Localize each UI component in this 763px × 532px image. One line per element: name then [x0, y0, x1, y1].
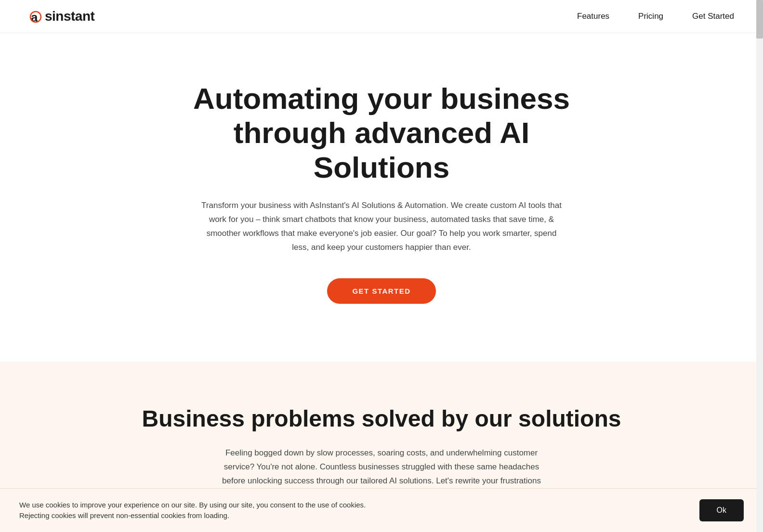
cookie-text: We use cookies to improve your experienc…	[19, 500, 395, 521]
logo[interactable]: asinstant	[29, 9, 94, 24]
nav-link-pricing[interactable]: Pricing	[638, 12, 663, 21]
scrollbar[interactable]	[756, 0, 763, 532]
nav-item-get-started[interactable]: Get Started	[692, 12, 734, 21]
cookie-banner: We use cookies to improve your experienc…	[0, 488, 763, 532]
navigation: asinstant Features Pricing Get Started	[0, 0, 763, 33]
logo-suffix: sinstant	[45, 9, 94, 24]
hero-cta-button[interactable]: GET STARTED	[327, 278, 435, 304]
logo-text: asinstant	[29, 9, 94, 24]
nav-item-features[interactable]: Features	[577, 12, 609, 21]
nav-links: Features Pricing Get Started	[577, 12, 734, 21]
nav-link-get-started[interactable]: Get Started	[692, 12, 734, 21]
problems-title: Business problems solved by our solution…	[96, 405, 667, 433]
hero-section: Automating your business through advance…	[0, 33, 763, 362]
nav-item-pricing[interactable]: Pricing	[638, 12, 663, 21]
cookie-ok-button[interactable]: Ok	[699, 499, 744, 521]
scrollbar-thumb[interactable]	[756, 0, 763, 39]
nav-link-features[interactable]: Features	[577, 12, 609, 21]
hero-subtitle: Transform your business with AsInstant's…	[201, 199, 562, 255]
logo-a-svg: a	[29, 9, 44, 24]
hero-title: Automating your business through advance…	[165, 81, 598, 184]
